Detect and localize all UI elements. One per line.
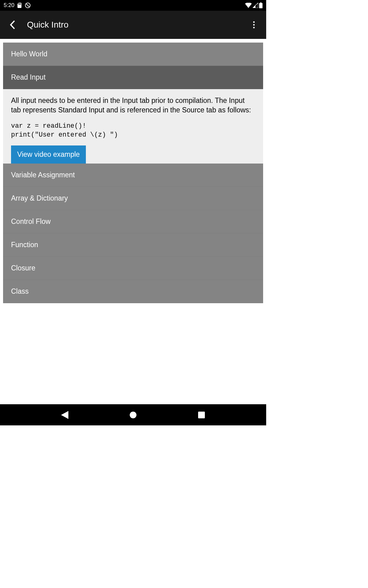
svg-point-4 [253, 21, 255, 23]
list-item-variable-assignment[interactable]: Variable Assignment [3, 164, 263, 187]
status-bar-left: 5:20 [4, 2, 31, 9]
list-item-function[interactable]: Function [3, 233, 263, 257]
circle-home-icon [129, 411, 137, 419]
nav-home-button[interactable] [127, 409, 139, 421]
navigation-bar [0, 404, 266, 425]
app-bar: Quick Intro [0, 11, 266, 39]
expanded-content: All input needs to be entered in the Inp… [3, 89, 263, 164]
list-item-label: Hello World [11, 50, 47, 58]
square-recent-icon [198, 412, 205, 418]
list-item-array-dictionary[interactable]: Array & Dictionary [3, 187, 263, 210]
nav-back-button[interactable] [59, 409, 71, 421]
back-button[interactable] [6, 19, 18, 31]
svg-point-7 [130, 412, 136, 418]
chevron-left-icon [9, 20, 16, 30]
page-title: Quick Intro [27, 20, 68, 30]
list-item-label: Array & Dictionary [11, 194, 68, 202]
do-not-disturb-icon [25, 2, 31, 8]
content-area: Hello World Read Input All input needs t… [0, 39, 266, 303]
svg-line-1 [26, 4, 29, 7]
list-item-label: Function [11, 241, 38, 249]
svg-point-6 [253, 27, 255, 28]
list-item-label: Read Input [11, 73, 46, 81]
svg-rect-8 [198, 412, 205, 418]
description-text: All input needs to be entered in the Inp… [11, 96, 255, 115]
status-bar-right [245, 2, 263, 8]
list-item-closure[interactable]: Closure [3, 257, 263, 280]
list-item-class[interactable]: Class [3, 280, 263, 303]
list-item-read-input[interactable]: Read Input [3, 66, 263, 89]
svg-rect-2 [259, 3, 263, 8]
signal-icon [253, 3, 258, 8]
status-bar: 5:20 [0, 0, 266, 11]
sd-card-icon [17, 3, 22, 8]
list-item-control-flow[interactable]: Control Flow [3, 210, 263, 233]
status-time: 5:20 [4, 2, 14, 9]
list-item-label: Variable Assignment [11, 171, 75, 179]
list-item-label: Closure [11, 264, 35, 272]
svg-rect-3 [260, 2, 262, 3]
list-item-hello-world[interactable]: Hello World [3, 43, 263, 66]
svg-point-5 [253, 24, 255, 26]
code-block: var z = readLine()! print("User entered … [11, 122, 255, 139]
nav-recent-button[interactable] [195, 409, 208, 421]
triangle-back-icon [61, 411, 68, 419]
wifi-icon [245, 3, 252, 8]
battery-icon [259, 2, 263, 8]
view-video-button[interactable]: View video example [11, 145, 86, 164]
more-vert-icon [253, 21, 255, 28]
list-item-label: Control Flow [11, 217, 51, 225]
list-item-label: Class [11, 287, 29, 295]
more-options-button[interactable] [248, 19, 260, 31]
